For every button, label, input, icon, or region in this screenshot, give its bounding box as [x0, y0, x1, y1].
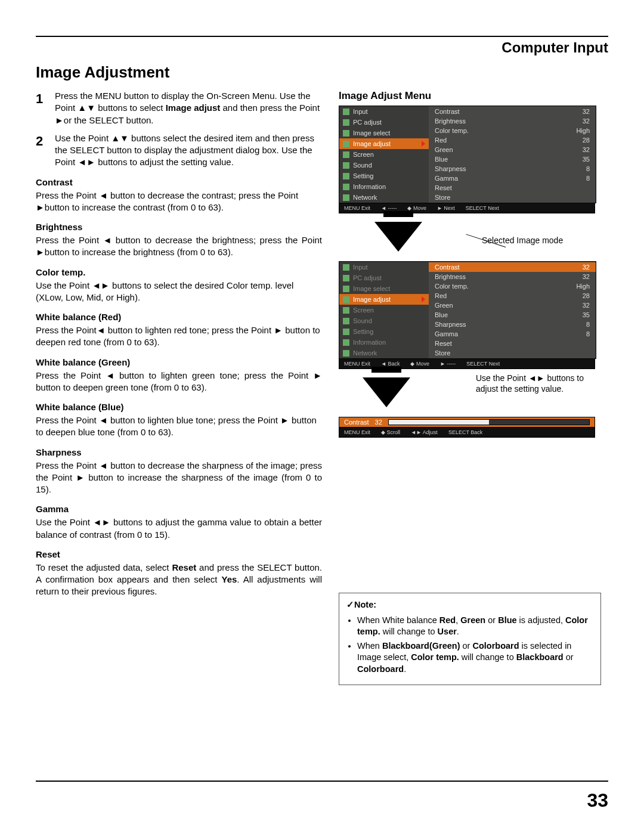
param-row-color-temp-: Color temp.High [429, 126, 596, 135]
slider-foot-b: ◄► Adjust [411, 429, 438, 435]
pc-adjust-icon [343, 275, 349, 281]
section-heading: Contrast [36, 177, 322, 187]
section-color-temp-: Color temp.Use the Point ◄► buttons to s… [36, 267, 322, 304]
section-body: Press the Point ◄ button to decrease the… [36, 234, 322, 259]
step-2: 2 Use the Point ▲▼ buttons select the de… [36, 132, 322, 169]
param-key: Red [435, 137, 447, 144]
menu-item-input: Input [339, 262, 429, 272]
param-value: High [576, 127, 590, 134]
section-heading: White balance (Blue) [36, 402, 322, 412]
menu-item-network: Network [339, 348, 429, 358]
menu-item-image-select: Image select [339, 128, 429, 138]
osd-foot-c: ► Next [437, 205, 455, 211]
param-value: 28 [583, 137, 590, 144]
param-row-green: Green32 [429, 145, 596, 154]
section-body: Press the Point ◄ button to lighten gree… [36, 370, 322, 394]
param-key: Red [435, 292, 447, 299]
menu-item-label: Network [353, 194, 377, 201]
param-row-contrast: Contrast32 [429, 262, 596, 272]
param-value: 32 [583, 264, 590, 271]
section-brightness: BrightnessPress the Point ◄ button to de… [36, 222, 322, 259]
slider-label: Contrast [344, 419, 369, 426]
arrow-stem [371, 367, 401, 373]
param-row-brightness: Brightness32 [429, 272, 596, 281]
param-value: 32 [583, 146, 590, 153]
right-column: Image Adjust Menu InputPC adjustImage se… [339, 90, 601, 685]
param-row-brightness: Brightness32 [429, 116, 596, 126]
t: Blackboard [516, 652, 564, 662]
param-key: Store [435, 194, 450, 201]
t: . [457, 627, 459, 636]
menu-item-label: PC adjust [353, 119, 382, 126]
t: is adjusted, [517, 615, 565, 625]
param-value: 32 [583, 108, 590, 115]
menu-item-image-select: Image select [339, 283, 429, 294]
section-body: Use the Point ◄► buttons to select the d… [36, 280, 322, 304]
menu-item-information: Information [339, 181, 429, 192]
chevron-right-icon [422, 141, 425, 147]
param-value: 8 [586, 321, 590, 328]
menu-item-label: Image adjust [353, 296, 391, 303]
section-sharpness: SharpnessPress the Point ◄ button to dec… [36, 447, 322, 496]
step-text: Use the Point ▲▼ buttons select the desi… [55, 132, 322, 169]
slider-foot-c: SELECT Back [448, 429, 482, 435]
menu-item-label: Setting [353, 172, 373, 179]
slider-foot-a: ◆ Scroll [381, 429, 400, 435]
param-row-sharpness: Sharpness8 [429, 320, 596, 329]
image-select-icon [343, 286, 349, 292]
param-key: Sharpness [435, 165, 466, 172]
setting-icon [343, 329, 349, 335]
param-value: 8 [586, 165, 590, 172]
page-number: 33 [587, 789, 608, 812]
param-row-store: Store [429, 193, 596, 202]
menu-item-information: Information [339, 337, 429, 348]
t: Color temp. [411, 652, 459, 662]
arrow-stem [383, 211, 413, 217]
callout-selected-mode: Selected Image mode [482, 235, 601, 246]
menu-item-setting: Setting [339, 326, 429, 337]
reset-a: To reset the adjusted data, select [36, 562, 172, 572]
menu-item-image-adjust: Image adjust [339, 138, 429, 149]
param-row-red: Red28 [429, 291, 596, 301]
param-value: 8 [586, 175, 590, 182]
param-row-red: Red28 [429, 135, 596, 145]
network-icon [343, 350, 349, 357]
t: Red [439, 615, 456, 625]
menu-item-label: Sound [353, 162, 372, 169]
param-row-gamma: Gamma8 [429, 174, 596, 183]
t: Blackboard(Green) [382, 641, 460, 651]
section-contrast: ContrastPress the Point ◄ button to decr… [36, 177, 322, 214]
param-value: High [576, 283, 590, 290]
menu-item-label: Information [353, 339, 386, 346]
screen-icon [343, 151, 349, 158]
right-title: Image Adjust Menu [339, 90, 601, 102]
osd-foot-b: ◆ Move [410, 361, 429, 367]
section-header-text: Computer Input [501, 39, 608, 56]
page: Computer Input Image Adjustment 1 Press … [0, 0, 644, 833]
param-value: 32 [583, 273, 590, 280]
osd-slider-footer: MENU Exit ◆ Scroll ◄► Adjust SELECT Back [339, 428, 595, 438]
image-adjust-icon [343, 141, 349, 147]
t: When [357, 641, 382, 651]
setting-icon [343, 173, 349, 179]
slider-value: 32 [375, 419, 382, 426]
menu-item-pc-adjust: PC adjust [339, 272, 429, 283]
sound-icon [343, 318, 349, 324]
menu-item-label: Sound [353, 317, 372, 324]
input-icon [343, 109, 349, 115]
arrow-down-icon [363, 377, 410, 407]
param-row-store: Store [429, 348, 596, 358]
t: or [485, 615, 498, 625]
param-row-blue: Blue35 [429, 310, 596, 320]
step-number: 2 [36, 132, 49, 169]
note-heading: ✓Note: [346, 599, 593, 611]
param-key: Contrast [435, 108, 460, 115]
t: will change to [459, 652, 516, 662]
section-body: Press the Point ◄ button to lighten blue… [36, 414, 322, 439]
menu-item-label: Image select [353, 129, 390, 137]
param-value: 28 [583, 292, 590, 299]
param-key: Gamma [435, 175, 458, 182]
section-header: Computer Input [36, 39, 608, 56]
param-key: Blue [435, 156, 448, 163]
osd-foot-exit: MENU Exit [344, 205, 370, 211]
